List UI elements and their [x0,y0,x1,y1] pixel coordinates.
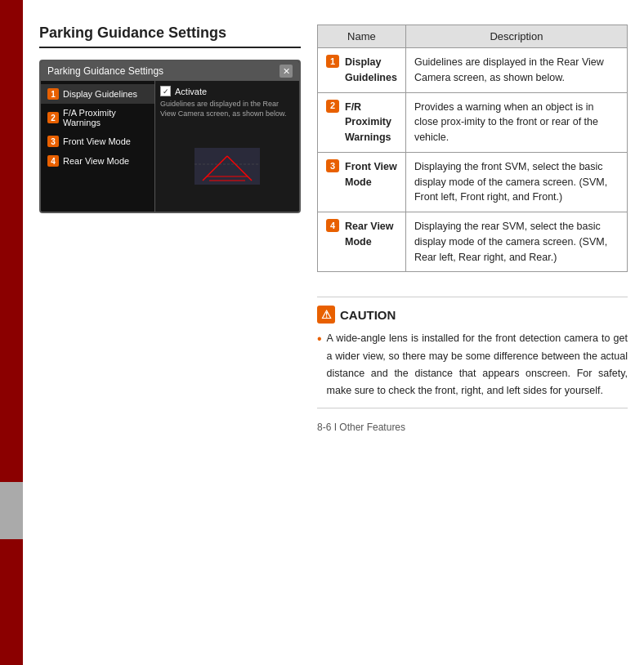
two-column-layout: Parking Guidance Settings Parking Guidan… [39,25,628,649]
left-sidebar [0,0,23,665]
table-cell-desc-3: Displaying the front SVM, select the bas… [405,152,627,212]
camera-view-svg [195,148,260,185]
name-cell-4: 4 Rear ViewMode [326,219,397,250]
table-row: 2 F/RProximityWarnings Provides a warnin… [318,92,628,152]
device-checkbox-row: ✓ Activate [160,86,294,96]
table-row: 4 Rear ViewMode Displaying the rear SVM,… [318,212,628,272]
device-title-bar: Parking Guidance Settings ✕ [41,61,299,81]
row-name-4: Rear ViewMode [345,219,394,250]
table-row: 1 DisplayGuidelines Guidelines are displ… [318,48,628,93]
activate-label: Activate [175,87,207,96]
menu-badge-3: 3 [47,136,59,147]
left-column: Parking Guidance Settings Parking Guidan… [39,25,301,649]
device-body: 1 Display Guidelines 2 F/A Proximity War… [41,81,299,212]
table-cell-desc-1: Guidelines are displayed in the Rear Vie… [405,48,627,93]
caution-header: ⚠ CAUTION [317,297,628,324]
menu-label-3: Front View Mode [63,136,131,146]
row-name-3: Front ViewMode [345,159,397,190]
camera-view [160,125,294,207]
device-screen: Parking Guidance Settings ✕ 1 Display Gu… [39,60,301,213]
table-header-description: Description [405,25,627,48]
footer: 8-6 I Other Features [317,408,628,433]
name-cell-1: 1 DisplayGuidelines [326,55,397,86]
main-content: Parking Guidance Settings Parking Guidan… [23,0,644,665]
right-column: Name Description 1 DisplayGuidelines Gui… [317,25,628,649]
device-menu: 1 Display Guidelines 2 F/A Proximity War… [41,81,155,212]
footer-text: 8-6 I Other Features [317,422,405,433]
device-menu-item-2[interactable]: 2 F/A Proximity Warnings [41,104,154,132]
bullet-dot: • [317,330,322,399]
device-menu-item-4[interactable]: 4 Rear View Mode [41,151,154,171]
row-num-4: 4 [326,219,339,232]
device-close-button[interactable]: ✕ [280,65,293,78]
menu-label-1: Display Guidelines [63,89,137,99]
device-description: Guidelines are displayed in the Rear Vie… [160,100,294,118]
menu-badge-1: 1 [47,88,59,100]
table-row: 3 Front ViewMode Displaying the front SV… [318,152,628,212]
caution-text: A wide-angle lens is installed for the f… [327,330,628,399]
caution-title: CAUTION [340,308,396,322]
caution-section: ⚠ CAUTION • A wide-angle lens is install… [317,288,628,408]
activate-checkbox[interactable]: ✓ [160,86,171,96]
warning-icon: ⚠ [321,308,332,321]
settings-table: Name Description 1 DisplayGuidelines Gui… [317,25,628,272]
menu-badge-4: 4 [47,155,59,167]
name-cell-3: 3 Front ViewMode [326,159,397,190]
row-name-1: DisplayGuidelines [345,55,397,86]
device-title-text: Parking Guidance Settings [47,65,163,77]
device-content: ✓ Activate Guidelines are displayed in t… [155,81,299,212]
table-cell-name-4: 4 Rear ViewMode [318,212,406,272]
device-menu-item-1[interactable]: 1 Display Guidelines [41,84,154,104]
close-icon: ✕ [283,66,290,77]
section-title: Parking Guidance Settings [39,25,301,48]
row-num-3: 3 [326,159,339,172]
grey-tab [0,482,23,539]
menu-badge-2: 2 [47,112,59,123]
device-menu-item-3[interactable]: 3 Front View Mode [41,132,154,151]
name-cell-2: 2 F/RProximityWarnings [326,100,397,145]
table-cell-desc-4: Displaying the rear SVM, select the basi… [405,212,627,272]
table-header-name: Name [318,25,406,48]
row-num-2: 2 [326,100,339,113]
row-name-2: F/RProximityWarnings [345,100,391,145]
table-cell-name-3: 3 Front ViewMode [318,152,406,212]
table-cell-desc-2: Provides a warning when an object is in … [405,92,627,152]
menu-label-2: F/A Proximity Warnings [63,108,148,127]
menu-label-4: Rear View Mode [63,156,129,166]
caution-icon: ⚠ [317,306,335,324]
table-cell-name-2: 2 F/RProximityWarnings [318,92,406,152]
row-num-1: 1 [326,55,339,68]
caution-bullet: • A wide-angle lens is installed for the… [317,330,628,399]
table-cell-name-1: 1 DisplayGuidelines [318,48,406,93]
